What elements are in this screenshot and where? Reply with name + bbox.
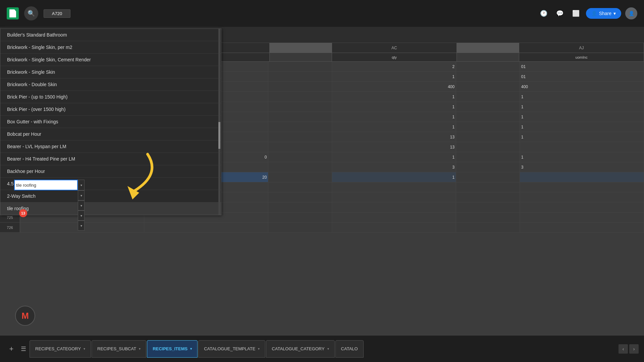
autocomplete-item[interactable]: Brickwork - Single Skin, Cement Render xyxy=(0,54,221,66)
present-icon[interactable]: ⬜ xyxy=(570,7,582,19)
grid-cell-sep xyxy=(456,202,520,212)
cell-dropdown-arrow-row[interactable]: ▾ xyxy=(78,221,85,231)
cell-reference-box[interactable]: A720 xyxy=(44,9,70,18)
autocomplete-item[interactable]: Brickwork - Single Skin xyxy=(0,66,221,78)
grid-cell-sep xyxy=(456,192,520,202)
grid-cell-sep xyxy=(268,82,332,92)
tab-scroll-left-button[interactable]: ‹ xyxy=(619,344,628,354)
autocomplete-item[interactable]: Bearer - LVL Hyspan per LM xyxy=(0,140,221,153)
grid-cell-sep xyxy=(268,192,332,202)
autocomplete-item[interactable]: Brick Pier - (up to 1500 High) xyxy=(0,91,221,103)
cell-dropdown-arrow-row[interactable]: ▾ xyxy=(78,210,85,221)
grid-cell[interactable]: 2 xyxy=(332,62,456,71)
grid-cell[interactable]: 1 xyxy=(520,152,644,162)
grid-cell[interactable]: 1 xyxy=(332,102,456,112)
cell-dropdown-arrow[interactable]: ▾ xyxy=(78,180,85,190)
grid-cell[interactable]: 1 xyxy=(332,152,456,162)
autocomplete-item[interactable]: Brick Pier - (over 1500 high) xyxy=(0,103,221,116)
app-logo[interactable]: M xyxy=(15,306,35,326)
tab-dropdown-icon[interactable]: ▾ xyxy=(139,347,141,351)
user-avatar[interactable]: 👤 xyxy=(625,7,637,19)
autocomplete-item[interactable]: Brickwork - Double Skin xyxy=(0,78,221,91)
col-label-uomlnc: uomInc xyxy=(519,53,644,61)
app-logo-circle: M xyxy=(15,306,35,326)
grid-cell[interactable] xyxy=(520,223,644,232)
col-header-ac[interactable]: AC xyxy=(332,43,457,53)
grid-cell[interactable] xyxy=(520,182,644,192)
grid-cell-sep xyxy=(268,162,332,172)
autocomplete-item[interactable]: Builder's Standard Bathroom xyxy=(0,29,221,41)
autocomplete-item[interactable]: Box Gutter - with Fixings xyxy=(0,116,221,128)
cell-dropdown-arrow-row[interactable]: ▾ xyxy=(78,190,85,200)
autocomplete-item-highlighted[interactable]: tile roofing xyxy=(0,202,221,215)
autocomplete-item[interactable]: Backhoe per Hour xyxy=(0,165,221,178)
grid-cell-sep xyxy=(456,72,520,81)
toolbar-right: 🕐 💬 ⬜ 👤 Share ▾ 👤 xyxy=(538,7,637,19)
grid-cell[interactable]: 1 xyxy=(520,102,644,112)
tab-recipes-category[interactable]: RECIPES_CATEGORY ▾ xyxy=(30,340,91,358)
add-sheet-button[interactable]: + xyxy=(5,343,17,355)
active-cell-input[interactable] xyxy=(14,180,78,190)
grid-cell[interactable]: 13 xyxy=(332,142,456,152)
autocomplete-item[interactable]: Bearer - H4 Treated Pine per LM xyxy=(0,153,221,165)
tab-recipes-items[interactable]: RECIPES_ITEMS ▾ xyxy=(147,340,198,358)
grid-cell[interactable] xyxy=(520,192,644,202)
grid-cell[interactable]: 1 xyxy=(332,112,456,122)
grid-cell[interactable]: 1 xyxy=(520,112,644,122)
grid-cell[interactable]: 1 xyxy=(332,72,456,81)
grid-cell[interactable] xyxy=(332,223,456,232)
grid-cell-sep xyxy=(268,223,332,232)
grid-cell[interactable]: 1 xyxy=(520,132,644,142)
grid-cell[interactable]: 1 xyxy=(520,122,644,132)
grid-cell[interactable] xyxy=(520,213,644,222)
share-button[interactable]: 👤 Share ▾ xyxy=(586,8,621,19)
grid-cell[interactable]: 3 xyxy=(520,162,644,172)
cell-text-input[interactable] xyxy=(16,180,76,190)
grid-cell[interactable] xyxy=(520,202,644,212)
sheet-menu-button[interactable]: ☰ xyxy=(17,343,30,355)
grid-cell[interactable]: 3 xyxy=(332,162,456,172)
grid-cell[interactable]: 13 xyxy=(332,132,456,142)
grid-cell[interactable]: 1 xyxy=(332,122,456,132)
grid-cell[interactable] xyxy=(332,213,456,222)
grid-cell-sep xyxy=(268,182,332,192)
tab-label: CATALOGUE_TEMPLATE xyxy=(204,346,255,351)
comment-icon[interactable]: 💬 xyxy=(554,7,566,19)
autocomplete-item[interactable]: Brickwork - Single Skin, per m2 xyxy=(0,41,221,54)
col-header-aj[interactable]: AJ xyxy=(519,43,644,53)
scrollbar-thumb xyxy=(218,122,220,149)
grid-cell[interactable] xyxy=(144,223,268,232)
col-header-separator xyxy=(270,43,332,53)
tab-recipes-subcat[interactable]: RECIPES_SUBCAT ▾ xyxy=(92,340,146,358)
grid-cell[interactable]: 1 xyxy=(332,92,456,102)
dropdown-scrollbar[interactable] xyxy=(218,29,220,215)
tab-dropdown-icon[interactable]: ▾ xyxy=(190,347,192,351)
tab-dropdown-icon[interactable]: ▾ xyxy=(327,347,329,351)
grid-cell[interactable]: 01 xyxy=(520,62,644,71)
autocomplete-item[interactable]: Bobcat per Hour xyxy=(0,128,221,140)
tab-catalogue-category[interactable]: CATALOGUE_CATEGORY ▾ xyxy=(266,340,334,358)
grid-cell-sep xyxy=(268,62,332,71)
grid-cell-sep xyxy=(456,182,520,192)
grid-cell[interactable]: 400 xyxy=(332,82,456,92)
grid-cell[interactable] xyxy=(520,142,644,152)
cell-dropdown-arrow-row[interactable]: ▾ xyxy=(78,200,85,210)
search-icon[interactable]: 🔍 xyxy=(24,6,38,20)
grid-cell[interactable]: 1 xyxy=(520,92,644,102)
grid-cell[interactable]: 01 xyxy=(520,72,644,81)
tab-dropdown-icon[interactable]: ▾ xyxy=(84,347,85,351)
grid-cell[interactable] xyxy=(332,202,456,212)
tab-scroll-controls: ‹ › xyxy=(619,344,639,354)
grid-cell[interactable]: 1 xyxy=(332,172,456,182)
tab-label: RECIPES_CATEGORY xyxy=(35,346,81,351)
history-icon[interactable]: 🕐 xyxy=(538,7,550,19)
grid-cell[interactable] xyxy=(332,192,456,202)
grid-cell[interactable] xyxy=(332,182,456,192)
grid-cell[interactable] xyxy=(520,172,644,182)
grid-cell[interactable]: 400 xyxy=(520,82,644,92)
tab-catalogue-template[interactable]: CATALOGUE_TEMPLATE ▾ xyxy=(198,340,265,358)
tab-catalo[interactable]: CATALO xyxy=(335,340,364,358)
autocomplete-item[interactable]: 2-Way Switch xyxy=(0,190,221,202)
tab-dropdown-icon[interactable]: ▾ xyxy=(258,347,260,351)
tab-scroll-right-button[interactable]: › xyxy=(629,344,639,354)
